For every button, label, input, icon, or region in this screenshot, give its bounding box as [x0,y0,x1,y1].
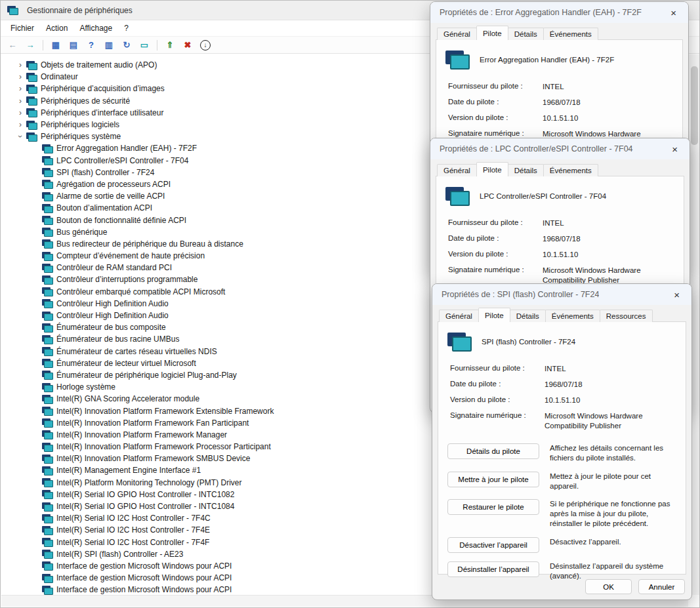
close-icon[interactable]: × [671,289,682,300]
field-value: INTEL [543,218,677,228]
chevron-collapsed-icon[interactable]: › [14,60,26,70]
tree-item-label: Énumérateur de périphérique logiciel Plu… [56,371,237,380]
tree-item-label: Contrôleur embarqué compatible ACPI Micr… [56,287,225,296]
field-label: Fournisseur du pilote : [448,218,543,228]
menu-action[interactable]: Action [40,22,73,35]
tab-details[interactable]: Détails [508,164,544,176]
system-device-icon [42,502,52,511]
dialog-titlebar[interactable]: Propriétés de : LPC Controller/eSPI Cont… [430,138,690,159]
tree-item-label: Intel(R) Serial IO I2C Host Controller -… [56,514,211,523]
driver-actions: Détails du piloteAffichez les détails co… [438,437,686,581]
system-device-icon [42,323,52,332]
dialog-footer: OK Annuler [585,579,685,594]
system-device-icon [42,443,52,451]
tree-item-label: Bus générique [56,228,107,237]
system-device-icon [42,359,52,367]
field-value: 10.1.51.10 [545,395,679,405]
mettre-a-jour-le-pilote-button[interactable]: Mettre à jour le pilote [447,472,539,487]
tree-item-label: Intel(R) Management Engine Interface #1 [56,466,201,475]
forward-button[interactable]: → [22,38,38,52]
device-icon [447,333,471,351]
field-value: 10.1.51.10 [543,250,677,260]
menu-fichier[interactable]: Fichier [5,22,40,35]
audio-device-icon [26,61,37,70]
tree-item-label: Intel(R) Innovation Platform Framework S… [56,454,250,463]
chevron-expanded-icon[interactable]: › [16,131,25,142]
show-console-tree-button[interactable]: ▦ [48,38,64,52]
system-device-icon [42,168,52,176]
driver-action-row: Désinstaller l’appareilDésinstallez l’ap… [447,561,679,581]
tab-pilote[interactable]: Pilote [476,26,508,40]
action-description: Désinstallez l’appareil du système (avan… [550,561,679,581]
tree-item-label: Énumérateur de bus composite [56,323,166,332]
tab-evenements[interactable]: Événements [543,164,598,176]
desactiver-l-appareil-button[interactable]: Désactiver l’appareil [447,537,539,553]
export-list-button[interactable]: ▥ [101,38,117,52]
chevron-collapsed-icon[interactable]: › [14,108,26,117]
tree-item-label: Interface de gestion Microsoft Windows p… [56,561,232,571]
tab-details[interactable]: Détails [508,28,544,40]
system-device-icon [42,538,52,546]
field-label: Date du pilote : [450,380,545,390]
details-du-pilote-button[interactable]: Détails du pilote [447,443,539,459]
system-device-icon [42,430,52,439]
tab-pilote[interactable]: Pilote [476,162,508,176]
tab-general[interactable]: Général [437,164,477,176]
tab-evenements[interactable]: Événements [543,28,598,40]
update-driver-button[interactable]: ⇑ [162,38,178,52]
field-value: Microsoft Windows Hardware Compatibility… [545,411,679,431]
system-device-icon [42,287,52,296]
dialog-titlebar[interactable]: Propriétés de : SPI (flash) Controller -… [432,284,691,305]
desinstaller-l-appareil-button[interactable]: Désinstaller l’appareil [447,561,539,577]
chevron-collapsed-icon[interactable]: › [14,96,26,106]
menu-affichage[interactable]: Affichage [73,22,118,35]
chevron-collapsed-icon[interactable]: › [14,120,26,129]
action-description: Si le périphérique ne fonctionne pas apr… [550,499,679,529]
support-info-button[interactable]: ▭ [136,38,152,52]
system-device-icon [42,478,52,487]
chevron-collapsed-icon[interactable]: › [14,84,26,93]
tab-general[interactable]: Général [439,310,479,322]
tree-item-label: Intel(R) Serial IO GPIO Host Controller … [56,502,234,511]
close-icon[interactable]: × [668,7,679,18]
system-device-icon [42,180,52,188]
uninstall-device-button[interactable]: ✖ [180,38,196,52]
cancel-button[interactable]: Annuler [638,579,685,594]
properties-button[interactable]: ▤ [66,38,81,52]
tab-evenements[interactable]: Événements [545,310,600,322]
disable-device-button[interactable]: ↓ [200,40,211,51]
tab-ressources[interactable]: Ressources [600,310,653,322]
tree-item-label: Contrôleur High Definition Audio [56,311,169,320]
scan-hardware-changes-button[interactable]: ↻ [119,38,134,52]
system-device-icon [42,335,52,344]
ok-button[interactable]: OK [585,579,632,594]
vertical-scrollbar-thumb[interactable] [691,66,698,145]
tree-item-label: Intel(R) Serial IO I2C Host Controller -… [56,525,210,535]
system-device-icon [42,383,52,392]
properties-dialog-spi: Propriétés de : SPI (flash) Controller -… [432,283,692,600]
driver-field-row: Version du pilote :10.1.51.10 [448,250,677,260]
tree-item-label: Interface de gestion Microsoft Windows p… [56,585,232,594]
restaurer-le-pilote-button[interactable]: Restaurer le pilote [447,499,539,515]
tab-pilote[interactable]: Pilote [478,308,510,322]
system-device-icon [42,156,52,165]
field-value: 10.1.51.10 [543,113,676,123]
menu-aide[interactable]: ? [118,22,134,35]
tab-details[interactable]: Détails [510,310,546,322]
system-device-icon [26,132,37,141]
chevron-collapsed-icon[interactable]: › [14,72,26,81]
field-value: INTEL [543,82,676,92]
help-button[interactable]: ? [83,38,99,52]
pilote-tab-page: SPI (flash) Controller - 7F24 Fournisseu… [438,321,686,575]
close-icon[interactable]: × [669,144,680,155]
system-device-icon [42,418,52,427]
tab-general[interactable]: Général [437,28,477,40]
driver-action-row: Désactiver l’appareilDésactivez l’appare… [447,537,679,553]
tree-item-label: Intel(R) GNA Scoring Accelerator module [56,394,199,403]
dialog-titlebar[interactable]: Propriétés de : Error Aggregation Handle… [430,2,688,23]
device-icon [445,187,469,205]
back-button[interactable]: ← [5,38,20,52]
window-title: Gestionnaire de périphériques [27,6,133,15]
security-device-icon [26,96,37,105]
driver-field-row: Date du pilote :1968/07/18 [450,380,679,390]
